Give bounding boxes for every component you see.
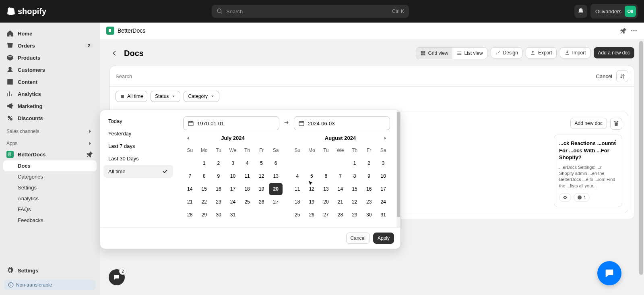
calendar-day[interactable]: 16 xyxy=(362,183,376,195)
sales-channels-section[interactable]: Sales channels xyxy=(3,124,97,136)
calendar-day[interactable]: 19 xyxy=(255,183,268,195)
calendar-day[interactable]: 18 xyxy=(291,196,304,208)
sidebar-item-orders[interactable]: Orders2 xyxy=(3,39,97,52)
import-button[interactable]: Import xyxy=(560,47,590,58)
calendar-day[interactable]: 12 xyxy=(305,183,319,195)
calendar-day[interactable]: 4 xyxy=(291,170,304,182)
calendar-day[interactable]: 15 xyxy=(348,183,361,195)
sidebar-settings[interactable]: Settings xyxy=(3,264,97,276)
calendar-day[interactable]: 15 xyxy=(198,183,211,195)
calendar-day[interactable]: 29 xyxy=(348,209,361,221)
calendar-day[interactable]: 10 xyxy=(226,170,240,182)
calendar-day[interactable]: 30 xyxy=(362,209,376,221)
calendar-day[interactable]: 21 xyxy=(334,196,347,208)
export-button[interactable]: Export xyxy=(526,47,557,58)
back-button[interactable] xyxy=(109,48,119,58)
sort-button[interactable] xyxy=(616,70,628,82)
calendar-day[interactable]: 18 xyxy=(240,183,254,195)
doc-card[interactable]: ...ck Reactions ...ounts For ...ocs With… xyxy=(554,135,622,207)
calendar-day[interactable]: 9 xyxy=(362,170,376,182)
global-search[interactable]: Search Ctrl K xyxy=(212,5,409,18)
calendar-day[interactable]: 13 xyxy=(319,183,333,195)
calendar-day[interactable]: 8 xyxy=(348,170,361,182)
sidebar-item-content[interactable]: Content xyxy=(3,76,97,88)
calendar-day[interactable]: 26 xyxy=(305,209,319,221)
brand-logo[interactable]: shopify xyxy=(6,6,46,16)
calendar-day[interactable]: 25 xyxy=(240,196,254,208)
calendar-day[interactable]: 11 xyxy=(291,183,304,195)
calendar-day[interactable]: 14 xyxy=(334,183,347,195)
sidebar-sub-docs[interactable]: Docs xyxy=(3,160,97,171)
calendar-day[interactable]: 29 xyxy=(198,209,211,221)
picker-apply-button[interactable]: Apply xyxy=(373,233,394,244)
calendar-day[interactable]: 22 xyxy=(348,196,361,208)
calendar-day[interactable]: 8 xyxy=(198,170,211,182)
calendar-day[interactable]: 17 xyxy=(376,183,390,195)
grid-view-button[interactable]: Grid view xyxy=(416,48,452,59)
date-to-input[interactable]: 2024-06-03 xyxy=(294,116,390,130)
calendar-day[interactable]: 6 xyxy=(319,170,333,182)
preset-yesterday[interactable]: Yesterday xyxy=(103,127,173,140)
calendar-day[interactable]: 3 xyxy=(226,157,240,169)
calendar-day[interactable]: 14 xyxy=(183,183,197,195)
preset-last-7-days[interactable]: Last 7 days xyxy=(103,140,173,152)
next-month-button[interactable] xyxy=(380,133,390,143)
calendar-day[interactable]: 19 xyxy=(305,196,319,208)
design-button[interactable]: Design xyxy=(491,47,522,58)
sidebar-sub-feedbacks[interactable]: Feedbacks xyxy=(3,215,97,226)
calendar-day[interactable]: 28 xyxy=(334,209,347,221)
calendar-day[interactable]: 17 xyxy=(226,183,240,195)
sidebar-sub-faqs[interactable]: FAQs xyxy=(3,204,97,215)
calendar-day[interactable]: 23 xyxy=(212,196,225,208)
sidebar-app-betterdocs[interactable]: BetterDocs xyxy=(3,148,97,160)
calendar-day[interactable]: 20 xyxy=(319,196,333,208)
filter-status[interactable]: Status xyxy=(151,91,180,102)
calendar-day[interactable]: 5 xyxy=(255,157,268,169)
prev-month-button[interactable] xyxy=(183,133,193,143)
calendar-day[interactable]: 2 xyxy=(362,157,376,169)
calendar-day[interactable]: 25 xyxy=(291,209,304,221)
scrollbar[interactable] xyxy=(638,40,644,290)
chat-button[interactable]: 2 xyxy=(109,269,125,285)
calendar-day[interactable]: 11 xyxy=(240,170,254,182)
date-from-input[interactable]: 1970-01-01 xyxy=(183,116,279,130)
preset-all-time[interactable]: All time xyxy=(103,165,173,178)
preset-last-30-days[interactable]: Last 30 Days xyxy=(103,152,173,165)
calendar-day[interactable]: 7 xyxy=(334,170,347,182)
calendar-day[interactable]: 31 xyxy=(376,209,390,221)
calendar-day[interactable]: 5 xyxy=(305,170,319,182)
calendar-day[interactable]: 1 xyxy=(348,157,361,169)
calendar-day[interactable]: 24 xyxy=(376,196,390,208)
notifications-button[interactable] xyxy=(574,5,587,18)
preset-today[interactable]: Today xyxy=(103,115,173,127)
calendar-day[interactable]: 27 xyxy=(319,209,333,221)
calendar-day[interactable]: 27 xyxy=(269,196,283,208)
calendar-day[interactable]: 4 xyxy=(240,157,254,169)
user-menu[interactable]: Ollivanders Oll xyxy=(590,4,638,19)
sidebar-item-home[interactable]: Home xyxy=(3,27,97,39)
calendar-day[interactable]: 23 xyxy=(362,196,376,208)
pin-icon[interactable] xyxy=(86,151,93,158)
more-icon[interactable] xyxy=(630,27,638,34)
calendar-day[interactable]: 28 xyxy=(183,209,197,221)
add-doc-button[interactable]: Add a new doc xyxy=(594,47,634,58)
sidebar-item-analytics[interactable]: Analytics xyxy=(3,88,97,100)
calendar-day[interactable]: 2 xyxy=(212,157,225,169)
calendar-day[interactable]: 26 xyxy=(255,196,268,208)
chat-fab[interactable] xyxy=(597,261,621,285)
calendar-day[interactable]: 7 xyxy=(183,170,197,182)
delete-category-button[interactable] xyxy=(610,118,622,130)
list-view-button[interactable]: List view xyxy=(452,48,487,59)
filter-category[interactable]: Category xyxy=(184,91,219,102)
sidebar-item-products[interactable]: Products xyxy=(3,52,97,64)
sidebar-item-customers[interactable]: Customers xyxy=(3,64,97,76)
pin-icon[interactable] xyxy=(620,27,627,34)
sidebar-item-discounts[interactable]: Discounts xyxy=(3,112,97,124)
picker-cancel-button[interactable]: Cancel xyxy=(346,233,370,244)
calendar-day[interactable]: 10 xyxy=(376,170,390,182)
calendar-day[interactable]: 24 xyxy=(226,196,240,208)
calendar-day[interactable]: 12 xyxy=(255,170,268,182)
calendar-day[interactable]: 22 xyxy=(198,196,211,208)
cancel-search[interactable]: Cancel xyxy=(596,73,612,79)
sidebar-sub-settings[interactable]: Settings xyxy=(3,182,97,193)
